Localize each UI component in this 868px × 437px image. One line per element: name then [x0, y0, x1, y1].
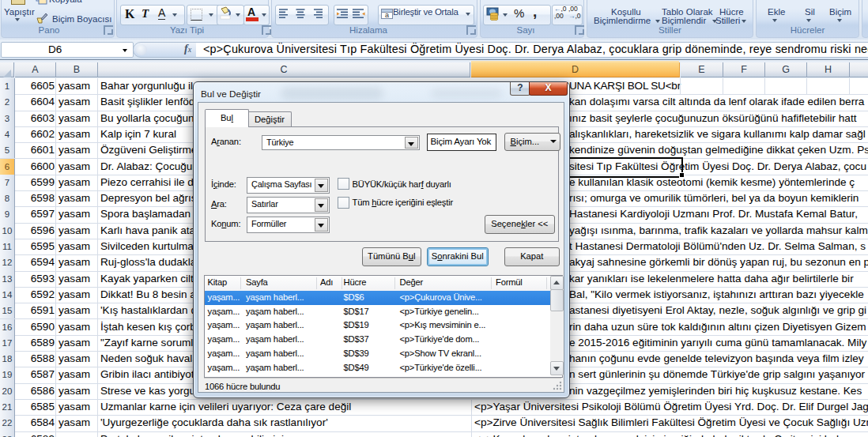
svg-text:a: a [385, 11, 389, 19]
